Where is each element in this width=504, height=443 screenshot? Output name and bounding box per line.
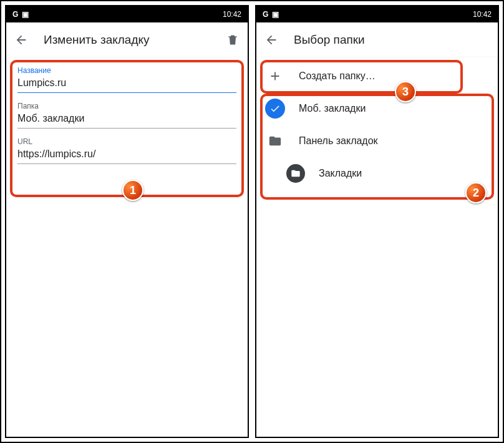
mobile-bookmarks-label: Моб. закладки <box>299 103 366 114</box>
plus-icon <box>265 66 285 86</box>
status-g-icon: G <box>263 10 268 19</box>
status-time: 10:42 <box>223 10 241 19</box>
delete-button[interactable] <box>225 32 240 47</box>
back-button[interactable] <box>14 32 29 47</box>
bookmarks-bar-label: Панель закладок <box>299 135 378 147</box>
status-box-icon: ▣ <box>22 10 29 19</box>
badge-1: 1 <box>122 180 143 201</box>
folder-icon <box>265 131 285 151</box>
create-folder-label: Создать папку… <box>299 71 376 82</box>
bookmarks-item[interactable]: Закладки <box>256 157 498 190</box>
phone-folder-select: G ▣ 10:42 Выбор папки Создать папку… <box>255 5 499 438</box>
folder-value[interactable]: Моб. закладки <box>17 113 236 129</box>
create-folder-item[interactable]: Создать папку… <box>256 60 498 92</box>
folder-field[interactable]: Папка Моб. закладки <box>6 93 248 129</box>
url-label: URL <box>17 137 236 146</box>
status-time: 10:42 <box>473 10 492 19</box>
bookmarks-label: Закладки <box>319 168 362 179</box>
url-value[interactable]: https://lumpics.ru/ <box>17 148 236 164</box>
url-field[interactable]: URL https://lumpics.ru/ <box>6 129 248 164</box>
folder-label: Папка <box>17 102 236 110</box>
check-icon <box>265 99 285 119</box>
bookmarks-bar-item[interactable]: Панель закладок <box>256 125 498 157</box>
status-bar: G ▣ 10:42 <box>256 6 498 22</box>
app-bar-right: Выбор папки <box>256 22 498 57</box>
folder-icon <box>286 164 305 183</box>
folder-list: Создать папку… Моб. закладки Панель закл… <box>256 57 498 190</box>
status-box-icon: ▣ <box>272 10 279 19</box>
name-label: Название <box>17 66 236 75</box>
status-bar: G ▣ 10:42 <box>6 6 248 22</box>
phone-edit-bookmark: G ▣ 10:42 Изменить закладку Название Lum… <box>5 5 249 438</box>
page-title: Выбор папки <box>294 33 490 47</box>
page-title: Изменить закладку <box>44 33 210 47</box>
status-g-icon: G <box>12 10 18 19</box>
name-value[interactable]: Lumpics.ru <box>17 77 236 93</box>
mobile-bookmarks-item[interactable]: Моб. закладки <box>256 92 498 125</box>
name-field[interactable]: Название Lumpics.ru <box>6 57 248 93</box>
app-bar-left: Изменить закладку <box>6 22 248 57</box>
back-button[interactable] <box>264 32 279 47</box>
